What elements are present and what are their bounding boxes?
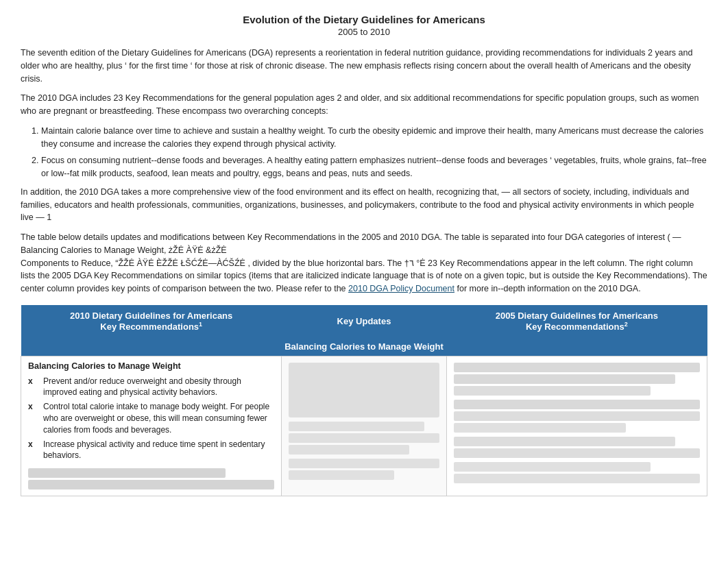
right-column-header: 2005 Dietary Guidelines for Americans Ke… <box>446 305 707 337</box>
left-column-header: 2010 Dietary Guidelines for Americans Ke… <box>21 305 282 337</box>
table-intro-text-end: for more in-‐depth information on the 20… <box>457 284 640 293</box>
main-title: Evolution of the Dietary Guidelines for … <box>21 14 707 25</box>
concept-item-2: Focus on consuming nutrient-‐dense foods… <box>41 154 707 180</box>
content-row-balancing: Balancing Calories to Manage Weight x Pr… <box>21 356 707 496</box>
policy-document-link[interactable]: 2010 DGA Policy Document <box>348 284 454 293</box>
comparison-table: 2010 Dietary Guidelines for Americans Ke… <box>21 305 707 496</box>
subtitle: 2005 to 2010 <box>21 27 707 37</box>
table-intro-paragraph: The table below details updates and modi… <box>21 231 707 295</box>
intro-paragraph-3: In addition, the 2010 DGA takes a more c… <box>21 186 707 224</box>
left-section-label: Balancing Calories to Manage Weight <box>28 361 274 373</box>
table-intro-text-start: The table below details updates and modi… <box>21 232 681 255</box>
center-column-header: Key Updates <box>282 305 446 337</box>
left-blurred-block <box>28 468 274 489</box>
left-bullet-item-2: x Control total calorie intake to manage… <box>28 401 274 435</box>
left-content-cell: Balancing Calories to Manage Weight x Pr… <box>21 356 282 496</box>
left-bullet-item-1: x Prevent and/or reduce overweight and o… <box>28 376 274 399</box>
section-bar-balancing: Balancing Calories to Manage Weight <box>21 337 707 356</box>
table-header-row: 2010 Dietary Guidelines for Americans Ke… <box>21 305 707 337</box>
intro-paragraph-1: The seventh edition of the Dietary Guide… <box>21 47 707 85</box>
section-bar-label: Balancing Calories to Manage Weight <box>21 337 707 356</box>
concept-item-1: Maintain calorie balance over time to ac… <box>41 125 707 151</box>
right-content-cell <box>446 356 707 496</box>
overarching-concepts-list: Maintain calorie balance over time to ac… <box>41 125 707 180</box>
left-bullet-item-3: x Increase physical activity and reduce … <box>28 439 274 462</box>
table-intro-text-mid: Components to Reduce, “ŽŽĖ ÀŸĖ ÈŽŽĖ ŁŠĆŹ… <box>21 258 245 268</box>
intro-paragraph-2: The 2010 DGA includes 23 Key Recommendat… <box>21 92 707 118</box>
center-content-cell <box>282 356 446 496</box>
left-bullet-list: x Prevent and/or reduce overweight and o… <box>28 376 274 462</box>
